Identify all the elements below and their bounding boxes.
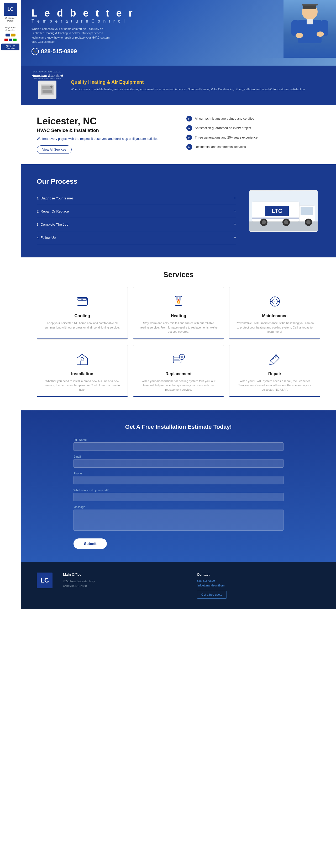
- footer-office-col: Main Office 7858 New Leicester Hwy Ashev…: [63, 572, 186, 588]
- payment-cards: [5, 34, 16, 36]
- brand-name: American Standard: [31, 74, 63, 78]
- cooling-icon: ❄: [42, 295, 122, 310]
- form-section: Get A Free Installation Estimate Today! …: [21, 410, 336, 562]
- heating-icon: 🔥: [139, 295, 219, 310]
- ac-unit-image: [38, 81, 56, 99]
- apply-financing-button[interactable]: Apply For Financing: [1, 43, 20, 51]
- location-right: ► All our technicians are trained and ce…: [186, 116, 320, 154]
- view-all-services-button[interactable]: View All Services: [37, 145, 72, 154]
- feature-item-3: ► Three generations and 20+ years experi…: [186, 134, 320, 141]
- footer: LC Main Office 7858 New Leicester Hwy As…: [21, 562, 336, 609]
- process-section: Our Process 1. Diagnose Your Issues + 2.…: [21, 164, 336, 257]
- footer-contact-title: Contact: [197, 572, 320, 577]
- maintenance-icon: ✦: [235, 295, 315, 310]
- service-card-repair: Repair When your HVAC system needs a rep…: [229, 345, 320, 398]
- service-input[interactable]: [73, 493, 283, 501]
- form-group-phone: Phone: [73, 472, 283, 485]
- service-desc-replacement: When your air conditioner or heating sys…: [139, 379, 219, 392]
- process-step-1-expand[interactable]: +: [233, 195, 236, 201]
- process-step-4-label: 4. Follow Up: [37, 236, 56, 240]
- service-card-replacement: ⚙ Replacement When your air conditioner …: [133, 345, 224, 398]
- logo-text: LC: [8, 6, 13, 12]
- form-inner: Get A Free Installation Estimate Today! …: [73, 424, 283, 549]
- service-desc-installation: Whether you need to install a brand new …: [42, 379, 122, 392]
- banner-logo-tagline: BUILT TO A HIGHER STANDARD: [33, 71, 61, 73]
- service-card-heating: 🔥 Heating Stay warm and cozy this fall a…: [133, 287, 224, 340]
- footer-phone-link[interactable]: 828-515-0899: [197, 579, 320, 582]
- process-step-4[interactable]: 4. Follow Up +: [37, 231, 236, 244]
- svg-text:🔥: 🔥: [176, 299, 181, 304]
- phone-input[interactable]: [73, 476, 283, 485]
- footer-quote-button[interactable]: Get a free quote: [197, 591, 227, 598]
- svg-point-24: [306, 220, 310, 224]
- service-desc-cooling: Keep your Leicester, NC home cool and co…: [42, 321, 122, 330]
- svg-point-58: [275, 354, 277, 357]
- svg-rect-28: [252, 218, 299, 219]
- service-name-replacement: Replacement: [139, 372, 219, 376]
- location-description: We treat every project with the respect …: [37, 136, 171, 141]
- service-desc-maintenance: Preventative HVAC maintenance is the bes…: [235, 321, 315, 334]
- form-group-email: Email: [73, 455, 283, 468]
- footer-address-1: 7858 New Leicester Hwy: [63, 579, 186, 584]
- feature-text-4: Residential and commercial services: [195, 145, 246, 149]
- feature-arrow-icon-4: ►: [186, 144, 192, 150]
- process-step-2[interactable]: 2. Repair Or Replace +: [37, 205, 236, 218]
- form-group-name: Full Name: [73, 438, 283, 451]
- feature-arrow-icon-1: ►: [186, 116, 192, 122]
- location-section: Leicester, NC HVAC Service & Installatio…: [21, 105, 336, 164]
- email-input[interactable]: [73, 459, 283, 468]
- service-name-installation: Installation: [42, 372, 122, 376]
- message-textarea[interactable]: [73, 509, 283, 531]
- svg-rect-56: [174, 359, 179, 360]
- feature-item-2: ► Satisfaction guaranteed on every proje…: [186, 125, 320, 131]
- submit-button[interactable]: Submit: [73, 538, 107, 549]
- hero-description: When it comes to your at home comfort, y…: [31, 27, 116, 44]
- svg-rect-55: [174, 357, 180, 358]
- process-step-2-expand[interactable]: +: [233, 209, 236, 214]
- services-title: Services: [37, 271, 320, 279]
- svg-text:LTC: LTC: [271, 208, 282, 214]
- services-section: Services ❄ Cooling Keep your Leices: [21, 257, 336, 410]
- sidebar: LC CustomerPortal PaymentsAccepted Apply…: [0, 0, 21, 609]
- feature-arrow-icon-2: ►: [186, 125, 192, 131]
- svg-rect-18: [301, 207, 313, 215]
- footer-address-2: Asheville,NC 28806: [63, 584, 186, 589]
- svg-marker-47: [77, 354, 87, 365]
- service-type: HVAC Service & Installation: [37, 128, 171, 133]
- location-left: Leicester, NC HVAC Service & Installatio…: [37, 116, 171, 154]
- process-step-3[interactable]: 3. Complete The Job +: [37, 218, 236, 231]
- message-label: Message: [73, 505, 283, 508]
- feature-item-4: ► Residential and commercial services: [186, 144, 320, 150]
- svg-rect-57: [174, 360, 180, 361]
- blue-banner: BUILT TO A HIGHER STANDARD American Stan…: [21, 66, 336, 105]
- banner-title: Quality Heating & Air Equipment: [71, 80, 326, 85]
- service-name-repair: Repair: [235, 372, 315, 376]
- process-title: Our Process: [37, 177, 236, 186]
- repair-icon: [235, 353, 315, 368]
- service-card-installation: Installation Whether you need to install…: [37, 345, 128, 398]
- service-name-heating: Heating: [139, 314, 219, 318]
- footer-email-link[interactable]: ledbetterandson@gm: [197, 584, 320, 587]
- svg-point-22: [284, 220, 288, 224]
- process-step-3-expand[interactable]: +: [233, 222, 236, 227]
- svg-rect-48: [80, 361, 84, 365]
- svg-point-20: [262, 220, 266, 224]
- installation-icon: [42, 353, 122, 368]
- feature-text-1: All our technicians are trained and cert…: [195, 117, 254, 120]
- feature-arrow-icon-3: ►: [186, 134, 192, 141]
- service-desc-heating: Stay warm and cozy this fall and winter …: [139, 321, 219, 334]
- banner-logo-area: BUILT TO A HIGHER STANDARD American Stan…: [31, 71, 63, 100]
- email-label: Email: [73, 455, 283, 458]
- process-step-1[interactable]: 1. Diagnose Your Issues +: [37, 192, 236, 205]
- svg-text:⚙: ⚙: [181, 356, 183, 359]
- footer-office-title: Main Office: [63, 572, 186, 577]
- svg-point-49: [81, 358, 84, 360]
- form-group-message: Message: [73, 505, 283, 532]
- truck-image: LTC: [249, 190, 317, 232]
- footer-logo: LC: [37, 572, 53, 588]
- process-step-1-label: 1. Diagnose Your Issues: [37, 196, 73, 200]
- footer-contact-col: Contact 828-515-0899 ledbetterandson@gm …: [197, 572, 320, 598]
- process-step-4-expand[interactable]: +: [233, 235, 236, 240]
- service-name-cooling: Cooling: [42, 314, 122, 318]
- full-name-input[interactable]: [73, 442, 283, 451]
